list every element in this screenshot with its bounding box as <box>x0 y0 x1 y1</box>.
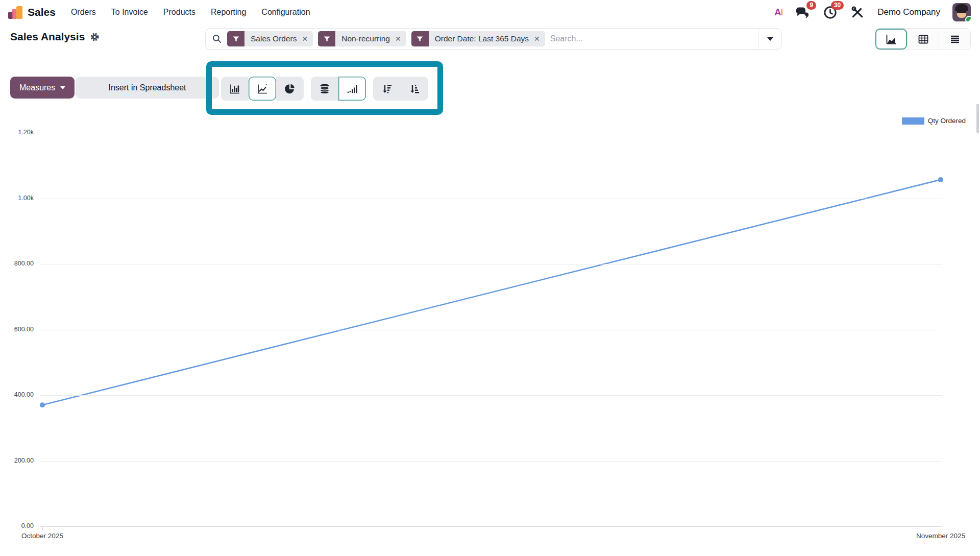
pivot-table-icon <box>917 33 929 45</box>
cumulative-button[interactable] <box>338 77 366 101</box>
messages-icon[interactable]: 9 <box>795 5 810 20</box>
y-axis-tick-label: 1.00k <box>0 195 34 202</box>
facet-sales-orders: Sales Orders ✕ <box>227 31 313 46</box>
y-axis-tick-label: 1.20k <box>0 129 34 136</box>
menu-products[interactable]: Products <box>163 8 195 17</box>
view-switcher-list[interactable] <box>939 29 970 50</box>
chevron-down-icon <box>60 86 65 89</box>
menu-to-invoice[interactable]: To Invoice <box>111 8 148 17</box>
menu-orders[interactable]: Orders <box>71 8 96 17</box>
search-input[interactable] <box>545 34 758 43</box>
graph-toolbar: Measures Insert in Spreadsheet <box>0 77 980 101</box>
stacked-icon <box>318 83 331 95</box>
filter-funnel-icon <box>318 31 335 46</box>
tools-icon <box>851 6 864 19</box>
chart-legend[interactable]: Qty Ordered <box>902 117 966 125</box>
line-chart-button[interactable] <box>249 77 276 101</box>
online-status-dot <box>965 16 971 21</box>
gridline <box>40 395 942 396</box>
activities-icon[interactable]: 30 <box>822 5 838 20</box>
gridline <box>40 461 942 462</box>
gear-icon[interactable] <box>90 32 100 42</box>
x-axis-label: October 2025 <box>21 532 63 540</box>
pie-chart-icon <box>284 83 296 95</box>
measures-button[interactable]: Measures <box>10 77 75 99</box>
legend-label: Qty Ordered <box>928 117 966 125</box>
gridline <box>40 133 942 133</box>
menu-configuration[interactable]: Configuration <box>261 8 310 17</box>
facet-remove-icon[interactable]: ✕ <box>394 31 406 46</box>
messages-badge: 9 <box>806 1 816 10</box>
view-switcher-pivot[interactable] <box>907 29 939 50</box>
search-icon <box>212 34 222 44</box>
breadcrumb: Sales Analysis <box>10 31 100 43</box>
facet-order-date: Order Date: Last 365 Days ✕ <box>411 31 545 46</box>
legend-swatch <box>902 117 924 125</box>
facet-remove-icon[interactable]: ✕ <box>301 31 313 46</box>
bar-chart-icon <box>229 83 241 95</box>
insert-in-spreadsheet-button[interactable]: Insert in Spreadsheet <box>76 77 219 99</box>
gridline <box>40 526 942 527</box>
list-icon <box>949 33 961 45</box>
y-axis-tick-label: 200.00 <box>0 457 34 464</box>
app-name[interactable]: Sales <box>28 6 56 18</box>
pie-chart-button[interactable] <box>276 77 304 101</box>
gridline <box>40 330 942 330</box>
debug-tools-icon[interactable] <box>850 5 865 20</box>
gridline <box>40 199 942 199</box>
control-panel: Sales Analysis Sales Orders ✕ Non-recurr… <box>0 27 980 51</box>
bar-chart-button[interactable] <box>221 77 249 101</box>
sort-ascending-button[interactable] <box>401 77 428 101</box>
y-axis-tick-label: 400.00 <box>0 391 34 398</box>
scrollbar[interactable] <box>976 104 979 133</box>
facet-remove-icon[interactable]: ✕ <box>533 31 545 46</box>
page-title: Sales Analysis <box>10 31 85 43</box>
cumulative-icon <box>346 83 358 95</box>
y-axis-tick-label: 600.00 <box>0 326 34 333</box>
line-chart-icon <box>256 83 268 95</box>
x-axis-tick <box>941 526 941 530</box>
filter-funnel-icon <box>411 31 429 46</box>
chevron-down-icon <box>767 37 773 41</box>
company-name[interactable]: Demo Company <box>877 7 940 17</box>
sort-ascending-icon <box>408 83 421 95</box>
filter-funnel-icon <box>227 31 244 46</box>
chart-type-toolbar <box>221 77 428 101</box>
search-bar[interactable]: Sales Orders ✕ Non-recurring ✕ Order Dat… <box>205 28 782 50</box>
sort-descending-icon <box>381 83 393 95</box>
view-switcher <box>875 28 971 50</box>
stacked-button[interactable] <box>311 77 338 101</box>
x-axis-label: November 2025 <box>916 532 965 540</box>
user-avatar[interactable] <box>952 3 971 21</box>
gridline <box>40 264 942 264</box>
view-switcher-graph[interactable] <box>875 29 907 50</box>
ai-icon[interactable]: AI <box>774 7 782 18</box>
top-navbar: Sales Orders To Invoice Products Reporti… <box>0 0 980 25</box>
search-dropdown-toggle[interactable] <box>758 29 781 49</box>
facet-non-recurring: Non-recurring ✕ <box>318 31 406 46</box>
menu-reporting[interactable]: Reporting <box>211 8 246 17</box>
area-chart-icon <box>885 33 898 45</box>
y-axis-tick-label: 800.00 <box>0 260 34 267</box>
sort-descending-button[interactable] <box>373 77 401 101</box>
y-axis-tick-label: 0.00 <box>0 522 34 529</box>
x-axis-tick <box>42 526 43 530</box>
sales-app-icon[interactable] <box>7 5 24 20</box>
activities-badge: 30 <box>831 1 844 10</box>
